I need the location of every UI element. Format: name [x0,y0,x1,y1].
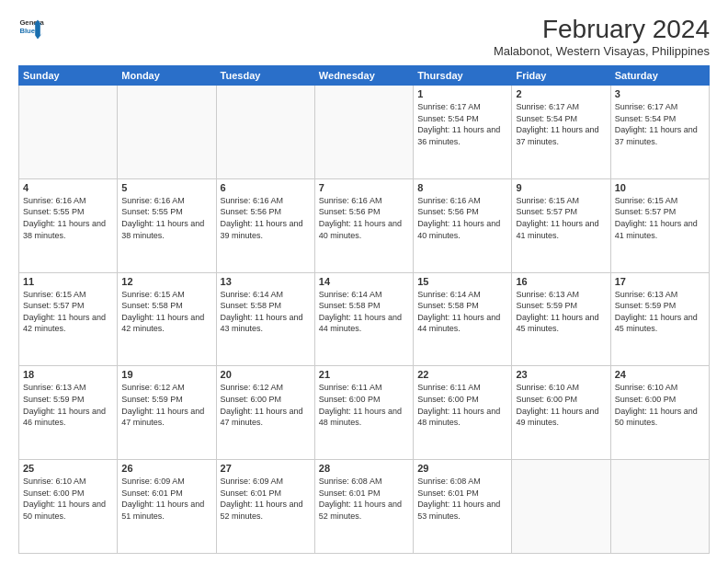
calendar-cell: 11Sunrise: 6:15 AM Sunset: 5:57 PM Dayli… [19,272,118,366]
col-thursday: Thursday [414,66,512,86]
calendar-wrapper: Sunday Monday Tuesday Wednesday Thursday… [18,65,710,554]
day-number: 22 [417,369,507,380]
day-info: Sunrise: 6:13 AM Sunset: 5:59 PM Dayligh… [23,382,113,428]
calendar-cell: 17Sunrise: 6:13 AM Sunset: 5:59 PM Dayli… [610,272,709,366]
day-info: Sunrise: 6:11 AM Sunset: 6:00 PM Dayligh… [417,382,507,428]
day-number: 20 [221,369,311,380]
day-number: 18 [23,369,113,380]
calendar-week-2: 11Sunrise: 6:15 AM Sunset: 5:57 PM Dayli… [19,272,710,366]
day-info: Sunrise: 6:12 AM Sunset: 5:59 PM Dayligh… [121,382,211,428]
day-info: Sunrise: 6:16 AM Sunset: 5:56 PM Dayligh… [221,195,311,241]
calendar-cell [314,86,413,179]
calendar-cell [610,460,709,554]
calendar-cell: 2Sunrise: 6:17 AM Sunset: 5:54 PM Daylig… [512,86,610,179]
day-info: Sunrise: 6:10 AM Sunset: 6:00 PM Dayligh… [516,382,606,428]
day-number: 6 [221,182,311,193]
day-info: Sunrise: 6:15 AM Sunset: 5:57 PM Dayligh… [23,289,113,335]
calendar-cell [512,460,610,554]
day-info: Sunrise: 6:10 AM Sunset: 6:00 PM Dayligh… [615,382,705,428]
day-number: 25 [23,463,113,474]
day-number: 14 [319,276,409,287]
day-number: 16 [516,276,606,287]
day-info: Sunrise: 6:16 AM Sunset: 5:55 PM Dayligh… [23,195,113,241]
calendar-cell: 14Sunrise: 6:14 AM Sunset: 5:58 PM Dayli… [314,272,413,366]
day-info: Sunrise: 6:13 AM Sunset: 5:59 PM Dayligh… [516,289,606,335]
calendar-cell: 1Sunrise: 6:17 AM Sunset: 5:54 PM Daylig… [414,86,512,179]
calendar-cell: 15Sunrise: 6:14 AM Sunset: 5:58 PM Dayli… [414,272,512,366]
day-number: 3 [615,88,705,99]
day-number: 7 [319,182,409,193]
logo-icon: General Blue [18,15,44,40]
day-info: Sunrise: 6:16 AM Sunset: 5:56 PM Dayligh… [417,195,507,241]
day-info: Sunrise: 6:08 AM Sunset: 6:01 PM Dayligh… [319,476,409,522]
day-info: Sunrise: 6:14 AM Sunset: 5:58 PM Dayligh… [319,289,409,335]
day-number: 29 [417,463,507,474]
day-info: Sunrise: 6:15 AM Sunset: 5:57 PM Dayligh… [615,195,705,241]
day-number: 21 [319,369,409,380]
calendar-cell: 5Sunrise: 6:16 AM Sunset: 5:55 PM Daylig… [118,178,216,272]
day-number: 12 [121,276,211,287]
day-number: 2 [516,88,606,99]
header-row: Sunday Monday Tuesday Wednesday Thursday… [19,66,710,86]
svg-text:Blue: Blue [19,27,35,35]
svg-text:General: General [19,18,44,27]
day-info: Sunrise: 6:17 AM Sunset: 5:54 PM Dayligh… [516,101,606,147]
day-number: 10 [615,182,705,193]
day-number: 8 [417,182,507,193]
logo: General Blue [18,15,44,40]
day-number: 27 [221,463,311,474]
calendar-cell: 18Sunrise: 6:13 AM Sunset: 5:59 PM Dayli… [19,366,118,460]
calendar-cell: 25Sunrise: 6:10 AM Sunset: 6:00 PM Dayli… [19,460,118,554]
day-info: Sunrise: 6:08 AM Sunset: 6:01 PM Dayligh… [417,476,507,522]
calendar-cell: 6Sunrise: 6:16 AM Sunset: 5:56 PM Daylig… [216,178,314,272]
calendar-week-1: 4Sunrise: 6:16 AM Sunset: 5:55 PM Daylig… [19,178,710,272]
calendar-cell: 26Sunrise: 6:09 AM Sunset: 6:01 PM Dayli… [118,460,216,554]
col-wednesday: Wednesday [314,66,413,86]
day-number: 23 [516,369,606,380]
day-number: 11 [23,276,113,287]
day-info: Sunrise: 6:15 AM Sunset: 5:58 PM Dayligh… [121,289,211,335]
day-number: 1 [417,88,507,99]
day-info: Sunrise: 6:11 AM Sunset: 6:00 PM Dayligh… [319,382,409,428]
calendar-cell: 12Sunrise: 6:15 AM Sunset: 5:58 PM Dayli… [118,272,216,366]
calendar-cell: 28Sunrise: 6:08 AM Sunset: 6:01 PM Dayli… [314,460,413,554]
col-sunday: Sunday [19,66,118,86]
main-title: February 2024 [494,15,710,44]
day-info: Sunrise: 6:13 AM Sunset: 5:59 PM Dayligh… [615,289,705,335]
calendar-cell: 10Sunrise: 6:15 AM Sunset: 5:57 PM Dayli… [610,178,709,272]
calendar-cell: 3Sunrise: 6:17 AM Sunset: 5:54 PM Daylig… [610,86,709,179]
subtitle: Malabonot, Western Visayas, Philippines [494,44,710,58]
page: General Blue February 2024 Malabonot, We… [0,0,728,563]
day-info: Sunrise: 6:16 AM Sunset: 5:56 PM Dayligh… [319,195,409,241]
day-info: Sunrise: 6:14 AM Sunset: 5:58 PM Dayligh… [221,289,311,335]
col-tuesday: Tuesday [216,66,314,86]
calendar-table: Sunday Monday Tuesday Wednesday Thursday… [18,65,710,554]
day-number: 9 [516,182,606,193]
calendar-cell: 23Sunrise: 6:10 AM Sunset: 6:00 PM Dayli… [512,366,610,460]
calendar-cell: 21Sunrise: 6:11 AM Sunset: 6:00 PM Dayli… [314,366,413,460]
day-number: 28 [319,463,409,474]
day-info: Sunrise: 6:14 AM Sunset: 5:58 PM Dayligh… [417,289,507,335]
calendar-cell: 9Sunrise: 6:15 AM Sunset: 5:57 PM Daylig… [512,178,610,272]
col-saturday: Saturday [610,66,709,86]
calendar-cell: 4Sunrise: 6:16 AM Sunset: 5:55 PM Daylig… [19,178,118,272]
day-info: Sunrise: 6:12 AM Sunset: 6:00 PM Dayligh… [221,382,311,428]
day-info: Sunrise: 6:09 AM Sunset: 6:01 PM Dayligh… [221,476,311,522]
calendar-cell: 7Sunrise: 6:16 AM Sunset: 5:56 PM Daylig… [314,178,413,272]
day-info: Sunrise: 6:16 AM Sunset: 5:55 PM Dayligh… [121,195,211,241]
day-number: 5 [121,182,211,193]
calendar-cell [118,86,216,179]
day-number: 4 [23,182,113,193]
calendar-cell: 29Sunrise: 6:08 AM Sunset: 6:01 PM Dayli… [414,460,512,554]
day-number: 24 [615,369,705,380]
calendar-cell: 16Sunrise: 6:13 AM Sunset: 5:59 PM Dayli… [512,272,610,366]
header: General Blue February 2024 Malabonot, We… [18,15,710,58]
calendar-week-4: 25Sunrise: 6:10 AM Sunset: 6:00 PM Dayli… [19,460,710,554]
calendar-cell: 13Sunrise: 6:14 AM Sunset: 5:58 PM Dayli… [216,272,314,366]
day-info: Sunrise: 6:15 AM Sunset: 5:57 PM Dayligh… [516,195,606,241]
calendar-cell: 24Sunrise: 6:10 AM Sunset: 6:00 PM Dayli… [610,366,709,460]
day-number: 13 [221,276,311,287]
day-info: Sunrise: 6:09 AM Sunset: 6:01 PM Dayligh… [121,476,211,522]
calendar-week-0: 1Sunrise: 6:17 AM Sunset: 5:54 PM Daylig… [19,86,710,179]
calendar-cell: 19Sunrise: 6:12 AM Sunset: 5:59 PM Dayli… [118,366,216,460]
